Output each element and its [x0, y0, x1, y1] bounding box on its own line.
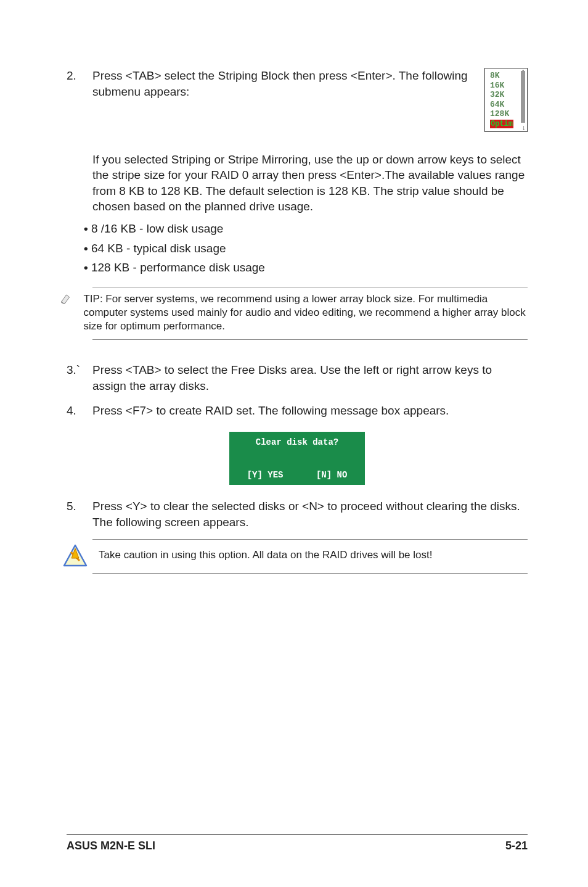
clear-disk-dialog: Clear disk data? [Y] YES [N] NO — [229, 432, 365, 485]
step-5: 5. Press <Y> to clear the selected disks… — [67, 498, 528, 530]
step-4: 4. Press <F7> to create RAID set. The fo… — [67, 403, 528, 419]
footer-page-number: 5-21 — [505, 838, 528, 853]
list-item: 64 KB - typical disk usage — [84, 241, 528, 257]
step-4-text: Press <F7> to create RAID set. The follo… — [92, 403, 528, 419]
dialog-yes-option: [Y] YES — [247, 469, 284, 481]
dialog-title: Clear disk data? — [231, 433, 364, 466]
submenu-item: 32K — [490, 90, 523, 100]
list-item: 8 /16 KB - low disk usage — [84, 221, 528, 237]
explanation-paragraph: If you selected Striping or Stripe Mirro… — [92, 152, 528, 215]
list-item: 128 KB - performance disk usage — [84, 260, 528, 276]
submenu-item: 16K — [490, 81, 523, 91]
step-number: 3.` — [67, 362, 92, 394]
note-icon — [60, 292, 73, 333]
tip-callout: TIP: For server systems, we recommend us… — [92, 287, 528, 340]
submenu-item: 128K — [490, 109, 523, 119]
submenu-selected: Optim — [490, 120, 513, 128]
dialog-no-option: [N] NO — [316, 469, 347, 481]
footer-product: ASUS M2N-E SLI — [67, 838, 155, 853]
scroll-down-arrow-icon: ↓ — [521, 124, 526, 132]
step-2-text: Press <TAB> select the Striping Block th… — [92, 68, 472, 99]
step-number: 2. — [67, 68, 92, 132]
step-number: 4. — [67, 403, 92, 419]
page-footer: ASUS M2N-E SLI 5-21 — [67, 834, 528, 853]
step-5-text: Press <Y> to clear the selected disks or… — [92, 498, 528, 530]
warning-callout: Take caution in using this option. All d… — [92, 539, 528, 574]
submenu-item: 64K — [490, 100, 523, 110]
step-3-text: Press <TAB> to select the Free Disks are… — [92, 362, 528, 394]
striping-block-submenu: ↑ 8K 16K 32K 64K 128K Optim ↓ — [484, 68, 528, 132]
step-number: 5. — [67, 498, 92, 530]
scrollbar-track — [521, 71, 525, 123]
step-3: 3.` Press <TAB> to select the Free Disks… — [67, 362, 528, 394]
step-2: 2. Press <TAB> select the Striping Block… — [67, 68, 528, 132]
warning-text: Take caution in using this option. All d… — [99, 548, 432, 563]
warning-icon — [60, 543, 90, 568]
tip-text: TIP: For server systems, we recommend us… — [83, 292, 528, 333]
stripe-size-list: 8 /16 KB - low disk usage 64 KB - typica… — [84, 221, 528, 276]
submenu-item: 8K — [490, 71, 523, 81]
